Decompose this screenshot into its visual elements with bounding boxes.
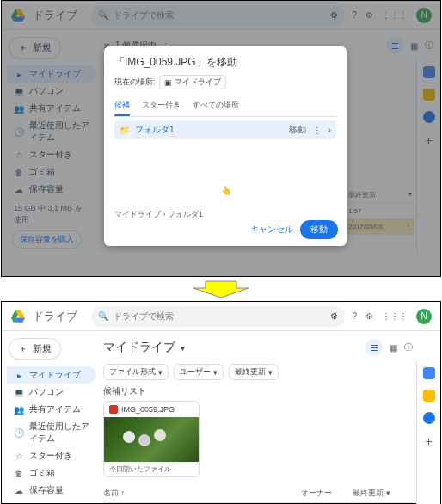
chip-filetype[interactable]: ファイル形式 ▾ xyxy=(103,364,169,380)
drive-icon: ▣ xyxy=(164,78,172,87)
arrow-down-icon xyxy=(1,279,441,299)
storage-text: 15 GB 中 3.1 MB を使用 xyxy=(7,499,96,504)
tab-starred[interactable]: スター付き xyxy=(142,96,181,116)
card-footer: 今日開いたファイル xyxy=(104,462,199,476)
cloud-icon: ☁ xyxy=(14,486,24,495)
cancel-button[interactable]: キャンセル xyxy=(250,224,293,236)
folder-row[interactable]: 📁 フォルダ1 移動 ⋮ › xyxy=(114,120,336,139)
calendar-icon[interactable] xyxy=(423,367,435,379)
dropdown-icon: ▾ xyxy=(158,368,163,377)
cursor-icon: 👆 xyxy=(221,186,231,195)
tab-suggested[interactable]: 候補 xyxy=(114,96,130,116)
chevron-right-icon[interactable]: › xyxy=(328,126,331,135)
sidebar-item-starred[interactable]: ☆スター付き xyxy=(7,447,96,464)
breadcrumb[interactable]: マイドライブ › フォルダ1 xyxy=(114,209,203,220)
chip-modified[interactable]: 最終更新 ▾ xyxy=(229,364,279,380)
people-icon: 👥 xyxy=(14,405,24,415)
dialog-title: 「IMG_0059.JPG」を移動 xyxy=(114,55,336,70)
star-icon: ☆ xyxy=(14,452,24,461)
sidebar-item-computers[interactable]: 💻パソコン xyxy=(7,384,96,401)
dropdown-icon: ▾ xyxy=(268,368,273,377)
dropdown-icon: ▾ xyxy=(213,368,218,377)
plus-icon: ＋ xyxy=(18,342,28,355)
filter-icon[interactable]: ⚙ xyxy=(330,311,338,321)
sidebar-item-storage[interactable]: ☁保存容量 xyxy=(7,482,96,499)
search-input[interactable] xyxy=(114,311,325,321)
addon-plus-icon[interactable]: + xyxy=(425,434,432,448)
tasks-icon[interactable] xyxy=(423,412,435,424)
image-icon xyxy=(109,405,118,414)
sidebar-item-mydrive[interactable]: ▸マイドライブ xyxy=(7,366,96,384)
filter-toggle[interactable]: ☰ xyxy=(365,339,383,356)
card-filename: IMG_0059.JPG xyxy=(121,405,175,414)
keep-icon[interactable] xyxy=(423,390,435,402)
more-icon[interactable]: ⋮ xyxy=(313,126,322,135)
info-icon[interactable]: ⓘ xyxy=(404,341,413,353)
apps-icon[interactable]: ⋮⋮⋮ xyxy=(382,311,408,321)
new-button[interactable]: ＋新規 xyxy=(9,338,61,360)
page-title: マイドライブ xyxy=(103,338,175,357)
grid-icon[interactable]: ▦ xyxy=(390,343,397,353)
settings-icon[interactable]: ⚙ xyxy=(365,311,373,321)
dropdown-icon[interactable]: ▾ xyxy=(181,343,185,353)
chip-user[interactable]: ユーザー ▾ xyxy=(174,364,224,380)
file-card[interactable]: IMG_0059.JPG 今日開いたファイル xyxy=(103,401,200,477)
folder-icon: 📁 xyxy=(120,126,130,135)
col-name[interactable]: 名前 ↑ xyxy=(103,488,301,499)
tab-all[interactable]: すべての場所 xyxy=(193,96,239,116)
drive-icon: ▸ xyxy=(14,371,24,380)
clock-icon: 🕒 xyxy=(14,428,24,438)
search-bar[interactable]: 🔍 ⚙ xyxy=(91,306,345,327)
col-owner[interactable]: オーナー xyxy=(301,488,353,499)
sidebar-item-trash[interactable]: 🗑ゴミ箱 xyxy=(7,464,96,482)
sort-up-icon: ↑ xyxy=(121,489,126,497)
move-dialog: 「IMG_0059.JPG」を移動 現在の場所: ▣マイドライブ 候補 スター付… xyxy=(104,46,347,246)
search-icon: 🔍 xyxy=(98,311,108,321)
card-thumbnail xyxy=(104,417,199,462)
location-label: 現在の場所: xyxy=(114,77,156,88)
location-chip[interactable]: ▣マイドライブ xyxy=(159,75,226,89)
avatar[interactable]: N xyxy=(416,309,432,324)
move-badge: 移動 xyxy=(289,124,306,136)
folder-name: フォルダ1 xyxy=(135,124,175,136)
dropdown-icon: ▾ xyxy=(386,489,390,497)
computer-icon: 💻 xyxy=(14,388,24,397)
move-button[interactable]: 移動 xyxy=(300,220,338,239)
sidebar-item-shared[interactable]: 👥共有アイテム xyxy=(7,401,96,418)
sidebar-item-recent[interactable]: 🕒最近使用したアイテム xyxy=(7,418,96,447)
brand-text: ドライブ xyxy=(33,309,77,324)
trash-icon: 🗑 xyxy=(14,469,24,478)
drive-logo-icon xyxy=(10,309,26,324)
suggestion-label: 候補リスト xyxy=(103,385,413,397)
col-modified[interactable]: 最終更新 ▾ xyxy=(353,488,413,499)
help-icon[interactable]: ? xyxy=(352,311,357,321)
